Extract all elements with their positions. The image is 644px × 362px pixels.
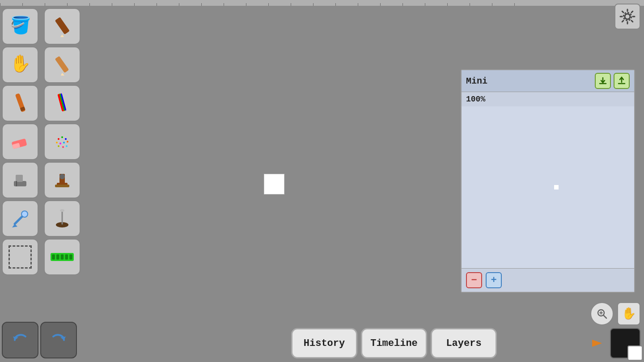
svg-rect-38: [52, 254, 55, 259]
eyedropper-icon: [8, 207, 32, 230]
svg-rect-39: [56, 254, 59, 259]
svg-line-46: [603, 315, 606, 318]
mini-panel-footer: − +: [462, 268, 634, 292]
smudge-tool[interactable]: [2, 162, 38, 198]
pencil2-tool[interactable]: [44, 46, 80, 83]
svg-rect-42: [69, 254, 72, 259]
eraser-icon: [8, 130, 32, 153]
spray-icon: [51, 130, 74, 153]
svg-rect-2: [55, 17, 70, 34]
pencil-brown-tool[interactable]: [44, 8, 80, 45]
mini-panel-preview[interactable]: [462, 106, 634, 268]
redo-icon: [49, 330, 68, 350]
crayon-orange-icon: [8, 92, 32, 115]
svg-rect-4: [55, 56, 69, 73]
upload-icon: [617, 76, 627, 86]
svg-point-22: [62, 146, 64, 148]
hand-tool[interactable]: ✋: [2, 46, 38, 83]
bottom-right-row1: ✋: [590, 302, 640, 325]
svg-point-32: [21, 211, 28, 217]
smudge-icon: [8, 168, 32, 192]
redo-button[interactable]: [40, 322, 77, 358]
mini-panel-download-btn[interactable]: [595, 73, 611, 89]
mini-panel-buttons: [595, 73, 630, 89]
svg-point-16: [65, 138, 67, 140]
mini-canvas-preview-dot: [554, 185, 559, 189]
green-bar-icon: [51, 245, 74, 269]
search-icon: [596, 307, 608, 320]
pencil2-icon: [51, 53, 74, 76]
mini-panel: Mini 100% − +: [461, 69, 635, 293]
svg-rect-29: [55, 185, 69, 187]
selection-tool[interactable]: [2, 239, 38, 275]
bottom-right-controls: ✋: [589, 302, 640, 358]
arrow-right-icon: [589, 335, 606, 351]
download-icon: [598, 76, 608, 86]
stamp-tool[interactable]: [44, 162, 80, 198]
svg-point-36: [60, 209, 64, 212]
tab-history[interactable]: History: [291, 328, 357, 358]
navigate-arrow-button[interactable]: [589, 334, 606, 352]
zoom-search-button[interactable]: [590, 302, 614, 325]
mini-panel-minus-btn[interactable]: −: [466, 272, 482, 288]
undo-icon: [10, 330, 30, 350]
crayon-orange-tool[interactable]: [2, 85, 38, 122]
bottom-tabs: History Timeline Layers: [291, 328, 497, 358]
color-swatch[interactable]: [610, 328, 640, 358]
pencil-brown-icon: [51, 15, 74, 38]
mini-panel-zoom: 100%: [462, 92, 634, 106]
svg-point-17: [56, 142, 58, 143]
selection-icon: [8, 245, 32, 269]
eraser-tool[interactable]: [2, 123, 38, 160]
spray-tool[interactable]: [44, 123, 80, 160]
svg-point-19: [63, 142, 65, 143]
ink-icon: [51, 207, 74, 230]
svg-rect-41: [65, 254, 68, 259]
mini-panel-upload-btn[interactable]: [614, 73, 630, 89]
svg-point-0: [625, 14, 630, 19]
svg-marker-3: [60, 34, 64, 37]
svg-point-21: [58, 145, 59, 147]
gear-icon: [619, 8, 636, 25]
tab-layers[interactable]: Layers: [431, 328, 497, 358]
mini-panel-plus-btn[interactable]: +: [486, 272, 502, 288]
svg-point-23: [66, 145, 68, 147]
hand-icon: ✋: [622, 307, 636, 321]
left-toolbar: 🪣 ✋: [0, 6, 87, 277]
bottom-left-tools: [2, 322, 77, 358]
drawing-canvas[interactable]: [264, 174, 284, 194]
bottom-right-row2: [589, 328, 640, 358]
svg-point-15: [61, 136, 63, 138]
svg-marker-5: [61, 73, 64, 76]
settings-button[interactable]: [614, 4, 640, 29]
svg-point-14: [58, 138, 59, 140]
background-color: [627, 345, 643, 361]
rainbow-pencil-icon: [51, 92, 74, 115]
svg-point-20: [67, 141, 68, 143]
svg-rect-40: [61, 254, 64, 259]
green-bar-tool[interactable]: [44, 239, 80, 275]
eyedropper-tool[interactable]: [2, 200, 38, 237]
mini-panel-title: Mini: [466, 76, 487, 86]
ruler-top: [0, 0, 644, 6]
paint-bucket-tool[interactable]: 🪣: [2, 8, 38, 45]
svg-marker-49: [592, 340, 602, 347]
ink-tool[interactable]: [44, 200, 80, 237]
tab-timeline[interactable]: Timeline: [361, 328, 427, 358]
undo-button[interactable]: [2, 322, 38, 358]
svg-point-18: [59, 143, 61, 144]
rainbow-pencil-tool[interactable]: [44, 85, 80, 122]
pan-hand-button[interactable]: ✋: [617, 302, 640, 325]
mini-panel-header: Mini: [462, 70, 634, 92]
svg-point-30: [59, 174, 65, 179]
stamp-icon: [51, 168, 74, 192]
svg-rect-25: [16, 175, 23, 182]
canvas-area[interactable]: [87, 6, 461, 362]
svg-marker-33: [12, 224, 17, 227]
